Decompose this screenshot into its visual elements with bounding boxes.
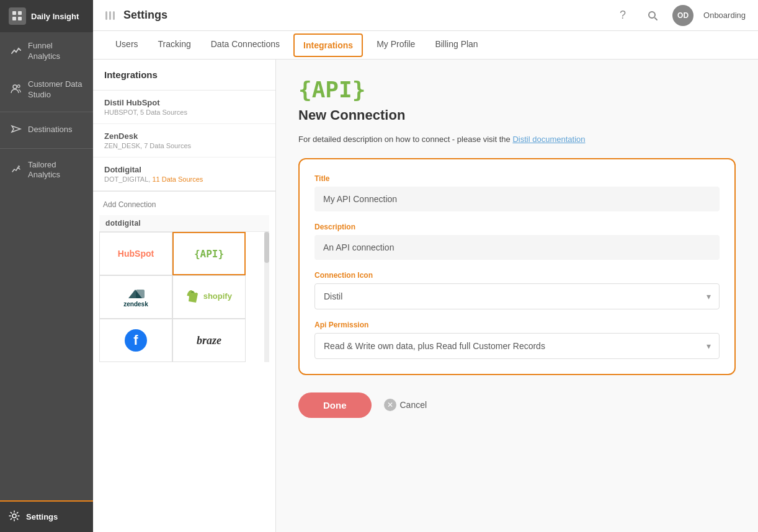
tab-users[interactable]: Users bbox=[105, 31, 148, 60]
hubspot-logo: HubSpot bbox=[118, 249, 154, 259]
tab-tracking[interactable]: Tracking bbox=[148, 31, 201, 60]
destination-icon bbox=[11, 123, 22, 137]
api-permission-label: Api Permission bbox=[314, 321, 720, 329]
zendesk-icon bbox=[126, 287, 146, 301]
api-tile-icon: {API} bbox=[194, 248, 224, 260]
tab-billing-plan[interactable]: Billing Plan bbox=[425, 31, 488, 60]
gear-icon bbox=[9, 510, 20, 523]
integration-name: Dotdigital bbox=[104, 165, 264, 174]
sidebar-bottom: Settings bbox=[0, 500, 93, 532]
onboarding-label[interactable]: Onboarding bbox=[703, 11, 746, 20]
connection-icon-wrapper: Distil HubSpot ZenDesk Dotdigital ▾ bbox=[314, 283, 720, 309]
sidebar-logo[interactable]: Daily Insight bbox=[0, 0, 93, 32]
tab-my-profile[interactable]: My Profile bbox=[367, 31, 425, 60]
dotdigital-strip: dotdigital bbox=[99, 215, 269, 232]
svg-rect-9 bbox=[136, 290, 145, 298]
braze-logo: braze bbox=[197, 334, 221, 347]
distil-docs-link[interactable]: Distil documentation bbox=[512, 135, 585, 144]
conn-tile-braze[interactable]: braze bbox=[172, 319, 246, 362]
sidebar-item-destinations[interactable]: Destinations bbox=[0, 115, 93, 146]
connection-grid-wrapper: HubSpot {API} bbox=[99, 232, 269, 362]
description-field-label: Description bbox=[314, 223, 720, 231]
api-permission-select[interactable]: Read & Write own data, plus Read full Cu… bbox=[314, 333, 720, 359]
main-content: Settings ? OD Onboarding Users Tracking … bbox=[93, 0, 758, 532]
zendesk-text: zendesk bbox=[123, 301, 148, 308]
sidebar: Daily Insight Funnel Analytics Customer … bbox=[0, 0, 93, 532]
integrations-panel: Integrations Distil HubSpot HUBSPOT, 5 D… bbox=[93, 60, 276, 532]
sidebar-item-label: Tailored Analytics bbox=[28, 160, 84, 181]
integration-name: ZenDesk bbox=[104, 131, 264, 141]
sidebar-settings-item[interactable]: Settings bbox=[0, 502, 93, 532]
svg-rect-2 bbox=[12, 17, 16, 20]
done-button[interactable]: Done bbox=[298, 392, 372, 418]
integration-item-hubspot[interactable]: Distil HubSpot HUBSPOT, 5 Data Sources bbox=[93, 91, 275, 124]
tab-integrations[interactable]: Integrations bbox=[293, 33, 363, 57]
users-icon bbox=[11, 83, 22, 97]
sidebar-divider bbox=[0, 112, 93, 112]
tab-data-connections[interactable]: Data Connections bbox=[201, 31, 290, 60]
chart-icon bbox=[11, 45, 22, 58]
sidebar-item-label: Destinations bbox=[28, 125, 73, 135]
scrollbar-track bbox=[264, 232, 269, 362]
description-input[interactable] bbox=[314, 235, 720, 260]
tabs-navigation: Users Tracking Data Connections Integrat… bbox=[93, 31, 758, 60]
integration-sub: HUBSPOT, 5 Data Sources bbox=[104, 109, 264, 116]
svg-point-4 bbox=[13, 85, 17, 89]
facebook-logo: f bbox=[125, 329, 147, 352]
form-area: {API} New Connection For detailed descri… bbox=[276, 60, 758, 532]
page-title: Settings bbox=[123, 9, 613, 22]
svg-point-8 bbox=[649, 12, 655, 18]
api-permission-wrapper: Read & Write own data, plus Read full Cu… bbox=[314, 333, 720, 359]
help-button[interactable]: ? bbox=[613, 6, 633, 25]
add-connection-title: Add Connection bbox=[99, 200, 269, 209]
conn-tile-api[interactable]: {API} bbox=[172, 232, 246, 275]
app-title: Daily Insight bbox=[31, 12, 79, 21]
integration-sub: ZEN_DESK, 7 Data Sources bbox=[104, 142, 264, 149]
sidebar-item-customer-data-studio[interactable]: Customer Data Studio bbox=[0, 71, 93, 109]
integration-sub-link[interactable]: 11 Data Sources bbox=[152, 175, 203, 183]
svg-rect-1 bbox=[18, 11, 22, 15]
integration-item-zendesk[interactable]: ZenDesk ZEN_DESK, 7 Data Sources bbox=[93, 124, 275, 157]
add-connection-section: Add Connection dotdigital HubSpot {API} bbox=[93, 191, 275, 368]
api-header-icon: {API} bbox=[298, 77, 365, 102]
new-connection-title: New Connection bbox=[298, 107, 736, 123]
content-area: Integrations Distil HubSpot HUBSPOT, 5 D… bbox=[93, 60, 758, 532]
cancel-label: Cancel bbox=[400, 400, 427, 410]
grip-handle bbox=[105, 11, 115, 20]
conn-tile-zendesk[interactable]: zendesk bbox=[99, 275, 172, 319]
settings-label: Settings bbox=[26, 512, 58, 521]
button-row: Done ✕ Cancel bbox=[298, 392, 736, 418]
api-icon-container: {API} bbox=[298, 77, 736, 102]
integration-item-dotdigital[interactable]: Dotdigital DOT_DIGITAL, 11 Data Sources bbox=[93, 157, 275, 191]
analytics-icon bbox=[11, 163, 22, 177]
avatar[interactable]: OD bbox=[672, 5, 693, 26]
svg-rect-3 bbox=[18, 17, 22, 20]
svg-marker-6 bbox=[12, 126, 20, 132]
cancel-button[interactable]: ✕ Cancel bbox=[384, 399, 427, 411]
title-field-label: Title bbox=[314, 174, 720, 183]
info-text: For detailed description on how to conne… bbox=[298, 133, 736, 146]
topbar: Settings ? OD Onboarding bbox=[93, 0, 758, 31]
svg-point-7 bbox=[12, 514, 16, 518]
cancel-icon: ✕ bbox=[384, 399, 396, 411]
connection-icon-select[interactable]: Distil HubSpot ZenDesk Dotdigital bbox=[314, 283, 720, 309]
grid-icon bbox=[9, 7, 26, 25]
integration-name: Distil HubSpot bbox=[104, 98, 264, 107]
shopify-logo: shopify bbox=[186, 290, 232, 304]
sidebar-item-tailored-analytics[interactable]: Tailored Analytics bbox=[0, 151, 93, 190]
title-input[interactable] bbox=[314, 187, 720, 211]
sidebar-divider bbox=[0, 148, 93, 149]
form-box: Title Description Connection Icon Distil… bbox=[298, 158, 736, 375]
conn-tile-facebook[interactable]: f bbox=[99, 319, 172, 362]
svg-rect-0 bbox=[12, 11, 16, 15]
search-button[interactable] bbox=[643, 6, 662, 25]
sidebar-item-funnel-analytics[interactable]: Funnel Analytics bbox=[0, 32, 93, 71]
zendesk-logo-wrapper: zendesk bbox=[123, 287, 148, 308]
topbar-actions: ? OD Onboarding bbox=[613, 5, 746, 26]
connection-icon-label: Connection Icon bbox=[314, 271, 720, 280]
conn-tile-shopify[interactable]: shopify bbox=[172, 275, 246, 319]
conn-tile-hubspot[interactable]: HubSpot bbox=[99, 232, 172, 275]
scrollbar-thumb[interactable] bbox=[264, 232, 269, 263]
integration-sub: DOT_DIGITAL, 11 Data Sources bbox=[104, 175, 264, 183]
sidebar-item-label: Funnel Analytics bbox=[28, 41, 84, 62]
